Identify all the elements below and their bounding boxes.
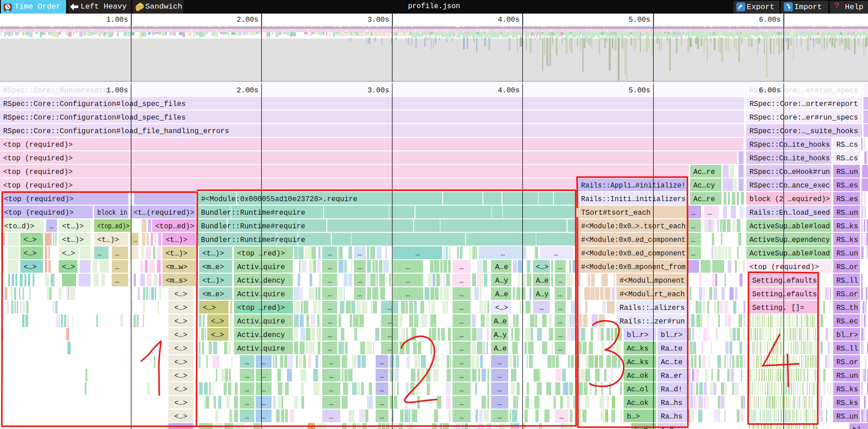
svg-text:…: … [245, 358, 249, 366]
svg-text:<…>: <…> [211, 318, 224, 326]
svg-text:…: … [358, 250, 362, 258]
svg-text:…: … [558, 318, 563, 326]
svg-text:<t…)>: <t…)> [97, 236, 119, 244]
svg-text:…: … [262, 386, 266, 394]
svg-text:…: … [691, 236, 696, 244]
svg-text:RSpec::Core::Configuration#loa: RSpec::Core::Configuration#load_spec_fil… [3, 100, 186, 108]
svg-text:RS…cs: RS…cs [836, 141, 858, 149]
svg-text:RS…es: RS…es [836, 182, 858, 190]
svg-text:#<Modul…mponent: #<Modul…mponent [620, 277, 685, 285]
svg-text:1.00s: 1.00s [106, 87, 128, 95]
svg-text:<…>: <…> [62, 250, 75, 258]
svg-text:…: … [459, 304, 464, 312]
svg-text:…: … [329, 358, 334, 366]
svg-text:<top …red)>: <top …red)> [237, 304, 285, 312]
svg-text:…: … [380, 358, 384, 366]
svg-text:#<Module:0x000055ad10e23728>.r: #<Module:0x000055ad10e23728>.require [201, 195, 358, 203]
svg-text:<m…s>: <m…s> [166, 277, 187, 285]
svg-text:<…>: <…> [174, 304, 187, 312]
svg-text:…: … [459, 372, 464, 380]
svg-text:A…y: A…y [495, 277, 508, 285]
svg-text:block (2 …equired)>: block (2 …equired)> [749, 195, 830, 203]
svg-text:…: … [329, 399, 334, 407]
svg-text:…: … [459, 345, 464, 353]
svg-text:…: … [358, 290, 362, 299]
svg-text:<m…e>: <m…e> [202, 263, 224, 271]
svg-text:<…>: <…> [211, 331, 224, 339]
svg-text:bl…r>: bl…r> [836, 331, 858, 339]
svg-text:…: … [459, 399, 464, 407]
svg-text:<top …red)>: <top …red)> [237, 250, 285, 258]
svg-text:…: … [405, 277, 410, 285]
svg-text:A…y: A…y [536, 290, 548, 299]
svg-text:…: … [380, 372, 384, 380]
svg-text:Rails::Appli…#initialize!: Rails::Appli…#initialize! [581, 182, 686, 190]
svg-text:…: … [459, 413, 464, 421]
svg-text:Setting…efaults: Setting…efaults [752, 277, 817, 285]
svg-text:…: … [691, 222, 696, 231]
svg-text:<m…w>: <m…w> [166, 263, 187, 271]
svg-text:…: … [558, 290, 563, 299]
svg-text:Activ…quire: Activ…quire [237, 263, 285, 271]
svg-text:RSpec::Core::Configuration#loa: RSpec::Core::Configuration#load_spec_fil… [3, 114, 186, 122]
svg-text:…: … [358, 277, 362, 285]
svg-text:A…e: A…e [494, 318, 507, 326]
svg-text:Ac…re: Ac…re [693, 168, 715, 176]
svg-text:<top (required)>: <top (required)> [3, 182, 73, 190]
svg-text:Ra…hs: Ra…hs [661, 413, 682, 421]
svg-text:RSpec::Core:…orter#report: RSpec::Core:…orter#report [749, 100, 858, 108]
svg-text:…: … [245, 372, 249, 380]
svg-text:…: … [329, 386, 334, 394]
svg-text:…: … [115, 277, 119, 285]
svg-text:RS…un: RS…un [836, 372, 858, 380]
svg-text:…: … [459, 290, 464, 299]
svg-text:<…>: <…> [174, 372, 187, 380]
svg-text:RS…ks: RS…ks [836, 222, 858, 231]
svg-text:…: … [262, 399, 266, 407]
svg-text:…: … [262, 413, 266, 421]
svg-text:Ac…re: Ac…re [693, 195, 715, 203]
svg-text:…: … [380, 399, 384, 407]
svg-text:Ra…d!: Ra…d! [661, 386, 682, 394]
svg-text:RS…un: RS…un [836, 168, 858, 176]
svg-text:Ra…te: Ra…te [661, 345, 682, 353]
svg-text:…: … [459, 331, 464, 339]
svg-text:RSpec::Co…eHook#run: RSpec::Co…eHook#run [749, 168, 830, 176]
svg-text:RSpec::Core:…er#run_specs: RSpec::Core:…er#run_specs [749, 114, 858, 122]
svg-text:RS…ec: RS…ec [836, 318, 858, 326]
svg-text:RS…un: RS…un [836, 209, 858, 217]
svg-text:<top (required)>: <top (required)> [3, 154, 73, 163]
svg-text:…: … [539, 304, 544, 312]
svg-text:Ac…te: Ac…te [661, 358, 682, 366]
svg-text:<m…e>: <m…e> [202, 290, 224, 299]
svg-text:<…>: <…> [24, 250, 37, 258]
svg-text:<…>: <…> [174, 331, 187, 339]
svg-text:Ra…er: Ra…er [661, 372, 682, 380]
svg-text:Setting. []=: Setting. []= [752, 304, 804, 312]
svg-text:…: … [691, 209, 696, 217]
svg-text:RS…cs: RS…cs [836, 154, 858, 163]
svg-text:<…>: <…> [174, 290, 187, 299]
svg-text:RSpec::Core::Configuration#loa: RSpec::Core::Configuration#load_file_han… [3, 127, 229, 135]
svg-text:…: … [459, 358, 464, 366]
svg-text:…: … [134, 236, 137, 244]
svg-text:<top (required)>: <top (required)> [4, 195, 74, 203]
svg-text:<…>: <…> [536, 263, 548, 271]
svg-text:…: … [558, 263, 563, 271]
svg-text:…: … [387, 318, 392, 326]
svg-text:Rails::…zer#run: Rails::…zer#run [620, 318, 685, 326]
svg-text:RS…or: RS…or [836, 358, 858, 366]
svg-text:Rails::…alizers: Rails::…alizers [620, 304, 685, 312]
svg-text:Ac…ok: Ac…ok [627, 399, 649, 407]
svg-text:…: … [691, 250, 696, 258]
svg-text:…: … [262, 372, 266, 380]
svg-text:TSort#tsort_each: TSort#tsort_each [581, 209, 651, 217]
svg-text:…: … [405, 290, 410, 299]
svg-text:…: … [405, 263, 410, 271]
svg-text:RS…or: RS…or [836, 290, 858, 299]
svg-text:<to…d)>: <to…d)> [4, 222, 34, 231]
svg-text:ActiveSup…able#load: ActiveSup…able#load [749, 222, 830, 231]
svg-text:RSpec::Co…ite_hooks: RSpec::Co…ite_hooks [749, 154, 830, 163]
svg-text:<t…)>: <t…)> [166, 236, 187, 244]
svg-text:RS…ks: RS…ks [836, 236, 858, 244]
